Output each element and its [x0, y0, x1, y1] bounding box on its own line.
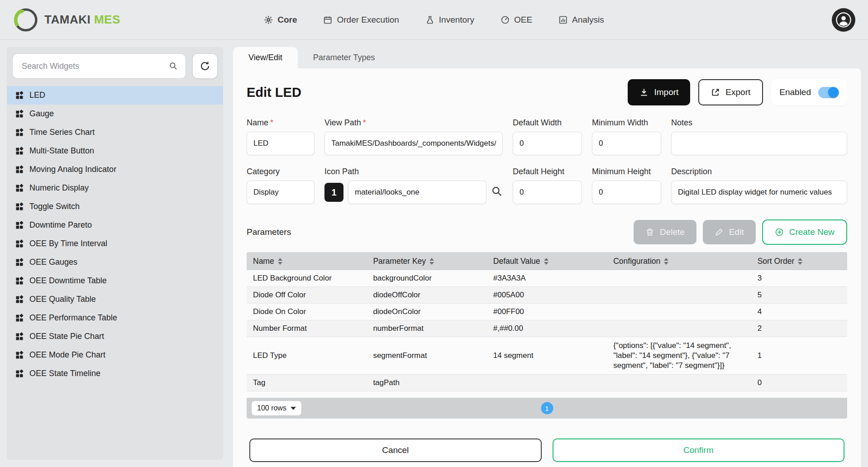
notes-label: Notes — [671, 118, 847, 128]
sidebar-item-toggle-switch[interactable]: Toggle Switch — [7, 197, 223, 216]
sidebar-item-downtime-pareto[interactable]: Downtime Pareto — [7, 216, 223, 234]
table-row[interactable]: LED Background Color backgroundColor #3A… — [247, 270, 847, 287]
sidebar-item-multi-state-button[interactable]: Multi-State Button — [7, 142, 223, 160]
sidebar-item-moving-analog-indicator[interactable]: Moving Analog Indicator — [7, 160, 223, 179]
sidebar-item-oee-gauges[interactable]: OEE Gauges — [7, 253, 223, 272]
refresh-button[interactable] — [192, 53, 218, 79]
nav-item-inventory[interactable]: Inventory — [425, 15, 474, 25]
table-row[interactable]: Number Format numberFormat #,##0.00 2 — [247, 320, 847, 337]
sidebar-item-oee-mode-pie-chart[interactable]: OEE Mode Pie Chart — [7, 346, 223, 364]
minimum-height-input[interactable] — [592, 181, 661, 204]
main-nav: Core Order Execution Inventory OEE Analy… — [264, 15, 604, 25]
cell-sort-order: 4 — [751, 304, 847, 320]
description-label: Description — [671, 167, 847, 176]
table-row[interactable]: Diode Off Color diodeOffColor #005A00 5 — [247, 287, 847, 304]
sidebar-item-label: Time Series Chart — [29, 128, 95, 137]
logo: TAMAKI MES — [13, 7, 120, 33]
export-button[interactable]: Export — [698, 79, 763, 105]
column-header-configuration[interactable]: Configuration — [607, 252, 751, 270]
table-row[interactable]: LED Type segmentFormat 14 segment {"opti… — [247, 337, 847, 375]
nav-item-oee[interactable]: OEE — [501, 15, 532, 25]
sidebar-item-oee-downtime-table[interactable]: OEE Downtime Table — [7, 272, 223, 290]
notes-input[interactable] — [671, 132, 847, 155]
delete-button-label: Delete — [660, 227, 685, 237]
icon-path-input[interactable] — [348, 181, 486, 204]
cell-default-value: #,##0.00 — [487, 320, 607, 337]
sidebar-item-led[interactable]: LED — [7, 86, 223, 105]
nav-item-analysis[interactable]: Analysis — [558, 15, 604, 25]
cell-parameter-key: backgroundColor — [367, 270, 486, 287]
sidebar-item-oee-quality-table[interactable]: OEE Quality Table — [7, 290, 223, 309]
sidebar-item-label: Downtime Pareto — [29, 220, 92, 230]
sidebar-item-numeric-display[interactable]: Numeric Display — [7, 179, 223, 197]
description-field-group: Description — [671, 167, 847, 204]
default-height-label: Default Height — [513, 167, 582, 176]
icon-browse-button[interactable] — [491, 186, 503, 199]
dropdown-caret-icon — [291, 407, 296, 410]
page-1-button[interactable]: 1 — [541, 402, 553, 415]
cell-sort-order: 3 — [751, 270, 847, 287]
column-header-parameter-key[interactable]: Parameter Key — [367, 252, 486, 270]
name-input[interactable] — [247, 132, 315, 155]
import-button[interactable]: Import — [628, 79, 690, 105]
view-path-input[interactable] — [324, 132, 503, 155]
category-input[interactable] — [247, 181, 315, 204]
import-button-label: Import — [654, 87, 678, 97]
notes-field-group: Notes — [671, 118, 847, 155]
cell-configuration — [607, 304, 751, 320]
table-row[interactable]: Diode On Color diodeOnColor #00FF00 4 — [247, 304, 847, 320]
sort-icon[interactable] — [664, 258, 668, 265]
nav-item-label: Analysis — [572, 15, 604, 25]
confirm-button[interactable]: Confirm — [553, 438, 845, 462]
logo-icon — [13, 7, 39, 33]
sidebar-item-gauge[interactable]: Gauge — [7, 105, 223, 123]
table-header-row: Name Parameter Key Default Value Configu… — [247, 252, 847, 270]
default-height-input[interactable] — [513, 181, 582, 204]
gauge-icon — [501, 15, 510, 24]
sort-icon[interactable] — [278, 258, 282, 265]
nav-item-order-execution[interactable]: Order Execution — [323, 15, 399, 25]
enabled-toggle[interactable] — [818, 87, 839, 98]
column-header-default-value[interactable]: Default Value — [487, 252, 607, 270]
sidebar-item-label: Gauge — [29, 109, 54, 119]
edit-button[interactable]: Edit — [703, 220, 756, 244]
create-new-button[interactable]: Create New — [762, 219, 847, 245]
rows-per-page-dropdown[interactable]: 100 rows — [251, 400, 302, 416]
tab-parameter-types[interactable]: Parameter Types — [298, 47, 391, 68]
sidebar-item-oee-performance-table[interactable]: OEE Performance Table — [7, 309, 223, 327]
column-header-sort-order[interactable]: Sort Order — [751, 252, 847, 270]
view-path-field-group: View Path* — [324, 118, 503, 155]
widgets-icon — [15, 276, 24, 286]
description-input[interactable] — [671, 181, 847, 204]
minimum-width-input[interactable] — [592, 132, 661, 155]
cell-default-value: #005A00 — [487, 287, 607, 304]
sidebar-item-oee-state-pie-chart[interactable]: OEE State Pie Chart — [7, 327, 223, 346]
sort-icon[interactable] — [798, 258, 802, 265]
sort-icon[interactable] — [544, 258, 548, 265]
nav-item-label: Inventory — [439, 15, 474, 25]
minimum-width-label: Minimum Width — [592, 118, 661, 128]
sidebar-item-label: Numeric Display — [29, 183, 89, 193]
cancel-button[interactable]: Cancel — [249, 438, 542, 462]
sidebar-item-label: LED — [29, 91, 45, 100]
widgets-icon — [15, 314, 24, 323]
logo-text: TAMAKI MES — [44, 13, 120, 27]
tab-view-edit[interactable]: View/Edit — [233, 47, 298, 68]
parameters-table-container: Name Parameter Key Default Value Configu… — [247, 252, 847, 398]
default-width-input[interactable] — [513, 132, 582, 155]
nav-item-core[interactable]: Core — [264, 15, 297, 25]
sidebar-item-label: OEE Performance Table — [29, 313, 117, 323]
sidebar-item-time-series-chart[interactable]: Time Series Chart — [7, 123, 223, 142]
sort-icon[interactable] — [429, 258, 434, 265]
column-header-name[interactable]: Name — [247, 252, 367, 270]
cell-sort-order: 0 — [751, 375, 847, 391]
search-input[interactable] — [12, 53, 186, 79]
sidebar-item-oee-by-time-interval[interactable]: OEE By Time Interval — [7, 234, 223, 253]
widgets-icon — [15, 165, 24, 174]
widgets-icon — [15, 258, 24, 267]
delete-button[interactable]: Delete — [634, 220, 696, 244]
table-row[interactable]: Tag tagPath 0 — [247, 375, 847, 391]
user-avatar-button[interactable] — [832, 8, 855, 32]
parameters-title: Parameters — [247, 227, 291, 237]
sidebar-item-oee-state-timeline[interactable]: OEE State Timeline — [7, 364, 223, 383]
